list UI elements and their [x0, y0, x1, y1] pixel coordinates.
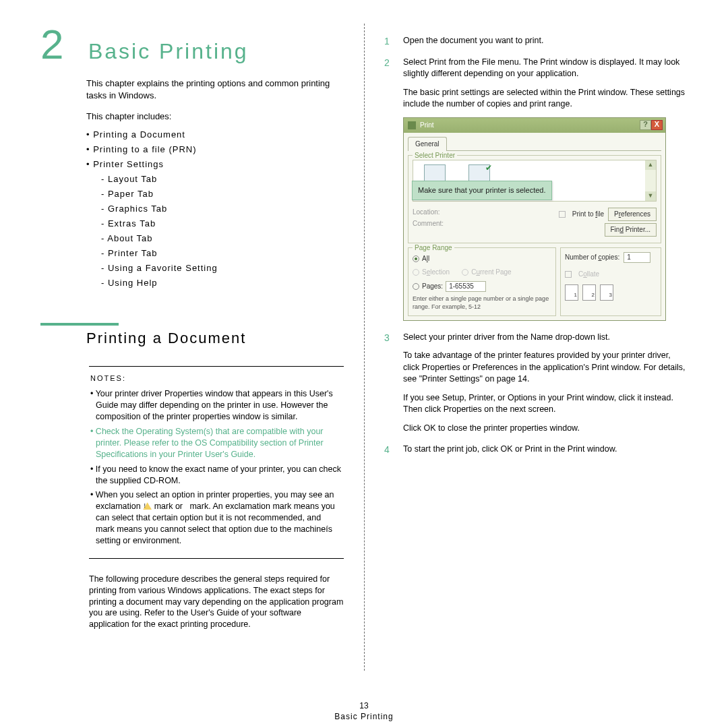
scrollbar[interactable]: ▲▼: [645, 160, 656, 201]
radio-all[interactable]: All: [413, 254, 551, 264]
step-number: 4: [384, 444, 394, 462]
radio-pages[interactable]: Pages: 1-65535: [413, 281, 551, 292]
radio-selection: Selection: [413, 268, 450, 277]
step-text: To start the print job, click OK or Prin…: [403, 444, 617, 456]
step-number: 2: [384, 57, 394, 329]
intro-para-2: This chapter includes:: [86, 111, 344, 123]
pages-input[interactable]: 1-65535: [446, 281, 486, 292]
range-hint: Enter either a single page number or a s…: [413, 295, 551, 311]
step-number: 3: [384, 332, 394, 442]
warning-icon: [143, 502, 152, 510]
toc-sub-item[interactable]: Using a Favorite Setting: [101, 263, 344, 273]
find-printer-button[interactable]: Find Printer...: [605, 223, 657, 237]
notes-item: If you need to know the exact name of yo…: [90, 464, 342, 487]
toc-sub-item[interactable]: Layout Tab: [101, 174, 344, 184]
section-accent-bar: [40, 323, 119, 326]
print-to-file-checkbox[interactable]: [559, 211, 566, 218]
toc-sub-item[interactable]: Graphics Tab: [101, 204, 344, 214]
page-range-group: Page Range All Selection Current Page Pa…: [408, 247, 556, 316]
collate-checkbox[interactable]: [565, 271, 572, 278]
step-text: Select your printer driver from the Name…: [403, 332, 688, 344]
section-heading: Printing a Document: [86, 330, 344, 347]
collate-label: Collate: [578, 270, 599, 279]
printer-list[interactable]: Add Printer ▲▼ Make sure that your print…: [413, 160, 657, 202]
toc-sub-item[interactable]: Extras Tab: [101, 218, 344, 229]
toc-sub-item[interactable]: About Tab: [101, 233, 344, 243]
group-title: Page Range: [413, 243, 454, 253]
step-text: Click OK to close the printer properties…: [403, 423, 688, 435]
tab-general[interactable]: General: [408, 137, 447, 151]
chapter-number: 2: [40, 20, 63, 68]
print-to-file-label: Print to file: [572, 210, 604, 219]
step-2: 2 Select Print from the File menu. The P…: [384, 57, 688, 329]
notes-item-highlight: Check the Operating System(s) that are c…: [90, 426, 342, 460]
step-text: To take advantage of the printer feature…: [403, 350, 688, 386]
toc-item[interactable]: Printing to a file (PRN): [86, 144, 344, 154]
step-text: If you see Setup, Printer, or Options in…: [403, 392, 688, 416]
step-text: The basic print settings are selected wi…: [403, 87, 688, 111]
toc-list: Printing a Document Printing to a file (…: [86, 129, 344, 288]
step-text: Open the document you want to print.: [403, 35, 543, 47]
toc-sub-item[interactable]: Using Help: [101, 278, 344, 288]
toc-sub-item[interactable]: Printer Tab: [101, 248, 344, 258]
column-divider: [364, 24, 365, 671]
page-footer: 13 Basic Printing: [0, 701, 728, 721]
callout-tip: Make sure that your printer is selected.: [412, 181, 552, 200]
printer-icon: [408, 121, 416, 129]
page-number: 13: [0, 701, 728, 710]
notes-label: NOTES:: [90, 373, 342, 384]
location-label: Location:: [413, 208, 448, 217]
notes-item: When you select an option in printer pro…: [90, 489, 342, 546]
group-title: Select Printer: [413, 151, 457, 160]
dialog-titlebar: Print ? X: [404, 118, 665, 133]
step-number: 1: [384, 35, 394, 54]
step-4: 4 To start the print job, click OK or Pr…: [384, 444, 688, 462]
follow-para: The following procedure describes the ge…: [89, 574, 344, 630]
step-3: 3 Select your printer driver from the Na…: [384, 332, 688, 442]
step-text: Select Print from the File menu. The Pri…: [403, 57, 688, 80]
help-icon[interactable]: ?: [640, 120, 651, 130]
copies-group: Number of copies: 1 Collate 123: [560, 247, 661, 316]
radio-current-page: Current Page: [462, 268, 512, 277]
chapter-title: Basic Printing: [88, 39, 249, 64]
dialog-title: Print: [420, 121, 434, 130]
toc-sub-item[interactable]: Paper Tab: [101, 189, 344, 199]
copies-label: Number of copies:: [565, 253, 619, 262]
close-icon[interactable]: X: [651, 120, 663, 130]
footer-title: Basic Printing: [0, 712, 728, 721]
notes-item: Your printer driver Properties window th…: [90, 388, 342, 423]
intro-para-1: This chapter explains the printing optio…: [86, 78, 344, 101]
notes-box: NOTES: Your printer driver Properties wi…: [89, 366, 344, 559]
toc-item[interactable]: Printer Settings: [86, 159, 344, 169]
toc-item[interactable]: Printing a Document: [86, 129, 344, 140]
step-1: 1 Open the document you want to print.: [384, 35, 688, 54]
copies-spinner[interactable]: 1: [624, 252, 650, 263]
preferences-button[interactable]: Preferences: [608, 208, 657, 221]
select-printer-group: Select Printer Add Printer: [408, 155, 661, 243]
print-dialog-figure: Print ? X General Select Printer: [403, 117, 666, 321]
comment-label: Comment:: [413, 219, 448, 229]
collate-figure: 123: [565, 284, 657, 301]
